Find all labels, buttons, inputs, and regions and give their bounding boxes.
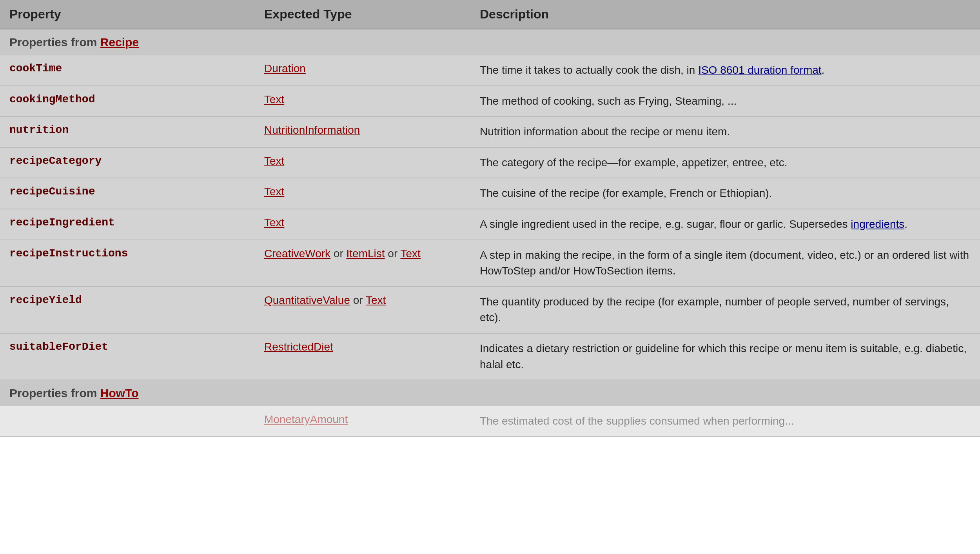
header-expected-type: Expected Type <box>255 0 470 29</box>
property-cell: recipeCuisine <box>0 178 255 209</box>
table-row: recipeCategoryTextThe category of the re… <box>0 147 980 178</box>
type-link[interactable]: Text <box>264 185 284 198</box>
section-title-link-0[interactable]: Recipe <box>100 36 139 49</box>
property-cell: recipeInstructions <box>0 240 255 287</box>
description-cell: A step in making the recipe, in the form… <box>470 240 980 287</box>
table-row: recipeInstructionsCreativeWork or ItemLi… <box>0 240 980 287</box>
property-cell: nutrition <box>0 116 255 147</box>
type-link[interactable]: NutritionInformation <box>264 124 360 136</box>
type-link[interactable]: Duration <box>264 62 306 74</box>
type-cell: Duration <box>255 55 470 86</box>
type-link[interactable]: RestrictedDiet <box>264 341 333 353</box>
table-row: MonetaryAmountThe estimated cost of the … <box>0 406 980 437</box>
section-title-link-1[interactable]: HowTo <box>100 387 139 400</box>
type-cell: CreativeWork or ItemList or Text <box>255 240 470 287</box>
type-link[interactable]: QuantitativeValue <box>264 294 350 306</box>
type-cell: Text <box>255 147 470 178</box>
table-row: recipeCuisineTextThe cuisine of the reci… <box>0 178 980 209</box>
header-property: Property <box>0 0 255 29</box>
description-cell: The estimated cost of the supplies consu… <box>470 406 980 437</box>
description-cell: Nutrition information about the recipe o… <box>470 116 980 147</box>
description-cell: The method of cooking, such as Frying, S… <box>470 86 980 117</box>
or-separator: or <box>385 247 401 260</box>
type-link[interactable]: MonetaryAmount <box>264 413 348 425</box>
property-cell: recipeIngredient <box>0 209 255 240</box>
type-link[interactable]: Text <box>366 294 386 306</box>
type-cell: NutritionInformation <box>255 116 470 147</box>
type-link[interactable]: Text <box>264 155 284 167</box>
description-text-after: . <box>822 64 825 76</box>
property-cell: cookingMethod <box>0 86 255 117</box>
type-link[interactable]: Text <box>264 93 284 105</box>
type-cell: RestrictedDiet <box>255 333 470 380</box>
description-text: The time it takes to actually cook the d… <box>480 64 698 76</box>
property-cell: recipeCategory <box>0 147 255 178</box>
description-cell: A single ingredient used in the recipe, … <box>470 209 980 240</box>
type-link[interactable]: Text <box>264 216 284 229</box>
type-link[interactable]: Text <box>401 247 421 260</box>
header-description: Description <box>470 0 980 29</box>
description-link[interactable]: ISO 8601 duration format <box>698 64 821 76</box>
type-link[interactable]: ItemList <box>347 247 385 260</box>
table-row: recipeIngredientTextA single ingredient … <box>0 209 980 240</box>
description-cell: The quantity produced by the recipe (for… <box>470 287 980 333</box>
or-separator: or <box>330 247 346 260</box>
property-cell: suitableForDiet <box>0 333 255 380</box>
section-header-1: Properties from HowTo <box>0 380 980 406</box>
type-cell: Text <box>255 209 470 240</box>
description-cell: The category of the recipe—for example, … <box>470 147 980 178</box>
table-row: cookingMethodTextThe method of cooking, … <box>0 86 980 117</box>
description-cell: Indicates a dietary restriction or guide… <box>470 333 980 380</box>
property-cell <box>0 406 255 437</box>
table-row: nutritionNutritionInformationNutrition i… <box>0 116 980 147</box>
type-cell: QuantitativeValue or Text <box>255 287 470 333</box>
description-cell: The time it takes to actually cook the d… <box>470 55 980 86</box>
table-row: cookTimeDurationThe time it takes to act… <box>0 55 980 86</box>
type-cell: Text <box>255 178 470 209</box>
section-header-0: Properties from Recipe <box>0 29 980 55</box>
description-text: A single ingredient used in the recipe, … <box>480 218 851 230</box>
table-header: Property Expected Type Description <box>0 0 980 29</box>
section-title-1: Properties from HowTo <box>0 380 980 406</box>
or-separator: or <box>350 294 366 306</box>
type-cell: Text <box>255 86 470 117</box>
description-link[interactable]: ingredients <box>851 218 904 230</box>
type-cell: MonetaryAmount <box>255 406 470 437</box>
property-cell: cookTime <box>0 55 255 86</box>
description-cell: The cuisine of the recipe (for example, … <box>470 178 980 209</box>
property-cell: recipeYield <box>0 287 255 333</box>
type-link[interactable]: CreativeWork <box>264 247 330 260</box>
table-row: suitableForDietRestrictedDietIndicates a… <box>0 333 980 380</box>
description-text-after: . <box>904 218 907 230</box>
table-row: recipeYieldQuantitativeValue or TextThe … <box>0 287 980 333</box>
section-title-0: Properties from Recipe <box>0 29 980 55</box>
